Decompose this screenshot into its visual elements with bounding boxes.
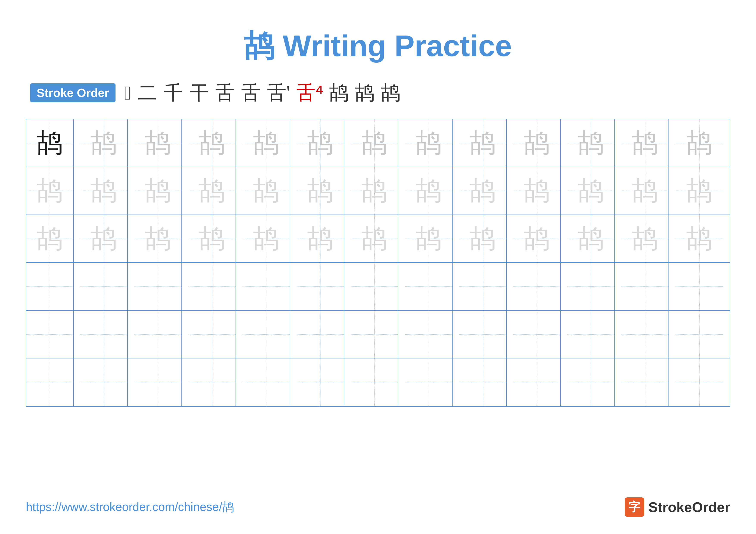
grid-row-6 xyxy=(26,358,730,406)
grid-cell-5-10[interactable] xyxy=(513,311,561,358)
grid-cell-5-1[interactable] xyxy=(26,311,74,358)
char-display: 鸪 xyxy=(362,173,387,209)
grid-cell-6-6[interactable] xyxy=(297,358,344,406)
grid-cell-5-4[interactable] xyxy=(189,311,236,358)
grid-cell-2-12[interactable]: 鸪 xyxy=(622,167,669,215)
grid-cell-5-6[interactable] xyxy=(297,311,344,358)
grid-cell-1-5[interactable]: 鸪 xyxy=(243,119,290,167)
grid-cell-6-10[interactable] xyxy=(513,358,561,406)
grid-cell-1-6[interactable]: 鸪 xyxy=(297,119,344,167)
grid-cell-1-4[interactable]: 鸪 xyxy=(189,119,236,167)
stroke-8: 舌⁴ xyxy=(296,80,323,106)
grid-cell-4-4[interactable] xyxy=(189,263,236,310)
grid-cell-3-13[interactable]: 鸪 xyxy=(676,215,723,262)
char-display: 鸪 xyxy=(37,221,63,256)
char-display: 鸪 xyxy=(470,221,496,256)
char-display: 鸪 xyxy=(687,126,712,161)
grid-cell-6-9[interactable] xyxy=(459,358,507,406)
grid-cell-4-3[interactable] xyxy=(134,263,182,310)
grid-cell-4-2[interactable] xyxy=(80,263,128,310)
stroke-2: 二 xyxy=(138,80,157,106)
char-display: 鸪 xyxy=(307,221,333,256)
grid-cell-2-6[interactable]: 鸪 xyxy=(297,167,344,215)
grid-cell-2-5[interactable]: 鸪 xyxy=(243,167,290,215)
grid-cell-5-2[interactable] xyxy=(80,311,128,358)
grid-cell-4-9[interactable] xyxy=(459,263,507,310)
grid-cell-3-3[interactable]: 鸪 xyxy=(134,215,182,262)
grid-cell-3-10[interactable]: 鸪 xyxy=(513,215,561,262)
grid-cell-6-11[interactable] xyxy=(567,358,615,406)
char-display: 鸪 xyxy=(253,221,279,256)
char-display: 鸪 xyxy=(632,126,658,161)
grid-cell-3-8[interactable]: 鸪 xyxy=(405,215,452,262)
grid-cell-4-7[interactable] xyxy=(351,263,398,310)
grid-cell-1-11[interactable]: 鸪 xyxy=(567,119,615,167)
grid-cell-1-10[interactable]: 鸪 xyxy=(513,119,561,167)
grid-cell-1-9[interactable]: 鸪 xyxy=(459,119,507,167)
grid-cell-3-7[interactable]: 鸪 xyxy=(351,215,398,262)
grid-cell-1-1[interactable]: 鸪 xyxy=(26,119,74,167)
grid-cell-2-2[interactable]: 鸪 xyxy=(80,167,128,215)
char-display: 鸪 xyxy=(253,126,279,161)
grid-cell-3-4[interactable]: 鸪 xyxy=(189,215,236,262)
grid-cell-3-12[interactable]: 鸪 xyxy=(622,215,669,262)
grid-cell-6-12[interactable] xyxy=(622,358,669,406)
grid-cell-4-13[interactable] xyxy=(676,263,723,310)
grid-cell-4-11[interactable] xyxy=(567,263,615,310)
grid-cell-3-5[interactable]: 鸪 xyxy=(243,215,290,262)
footer-url[interactable]: https://www.strokeorder.com/chinese/鸪 xyxy=(26,499,234,515)
grid-cell-6-2[interactable] xyxy=(80,358,128,406)
grid-cell-2-9[interactable]: 鸪 xyxy=(459,167,507,215)
grid-cell-3-1[interactable]: 鸪 xyxy=(26,215,74,262)
grid-cell-6-8[interactable] xyxy=(405,358,452,406)
grid-cell-5-13[interactable] xyxy=(676,311,723,358)
grid-cell-2-8[interactable]: 鸪 xyxy=(405,167,452,215)
grid-cell-6-5[interactable] xyxy=(243,358,290,406)
grid-cell-5-3[interactable] xyxy=(134,311,182,358)
grid-cell-1-8[interactable]: 鸪 xyxy=(405,119,452,167)
char-display: 鸪 xyxy=(145,173,171,209)
char-display: 鸪 xyxy=(362,221,387,256)
char-display: 鸪 xyxy=(416,126,442,161)
grid-cell-6-3[interactable] xyxy=(134,358,182,406)
grid-cell-5-12[interactable] xyxy=(622,311,669,358)
grid-cell-1-2[interactable]: 鸪 xyxy=(80,119,128,167)
grid-cell-6-4[interactable] xyxy=(189,358,236,406)
grid-cell-4-8[interactable] xyxy=(405,263,452,310)
grid-cell-4-10[interactable] xyxy=(513,263,561,310)
grid-row-5 xyxy=(26,311,730,358)
grid-cell-1-12[interactable]: 鸪 xyxy=(622,119,669,167)
grid-cell-2-11[interactable]: 鸪 xyxy=(567,167,615,215)
logo-text: StrokeOrder xyxy=(648,499,730,515)
grid-cell-2-3[interactable]: 鸪 xyxy=(134,167,182,215)
grid-cell-2-7[interactable]: 鸪 xyxy=(351,167,398,215)
grid-cell-4-1[interactable] xyxy=(26,263,74,310)
char-display: 鸪 xyxy=(470,173,496,209)
grid-cell-6-1[interactable] xyxy=(26,358,74,406)
char-display: 鸪 xyxy=(524,221,550,256)
grid-cell-1-7[interactable]: 鸪 xyxy=(351,119,398,167)
stroke-5: 舌 xyxy=(215,80,235,106)
grid-cell-6-13[interactable] xyxy=(676,358,723,406)
grid-cell-3-6[interactable]: 鸪 xyxy=(297,215,344,262)
grid-cell-2-1[interactable]: 鸪 xyxy=(26,167,74,215)
logo-icon: 字 xyxy=(625,497,644,517)
grid-cell-5-8[interactable] xyxy=(405,311,452,358)
grid-cell-2-10[interactable]: 鸪 xyxy=(513,167,561,215)
grid-cell-5-9[interactable] xyxy=(459,311,507,358)
grid-cell-3-11[interactable]: 鸪 xyxy=(567,215,615,262)
grid-cell-5-5[interactable] xyxy=(243,311,290,358)
grid-cell-4-12[interactable] xyxy=(622,263,669,310)
grid-cell-5-7[interactable] xyxy=(351,311,398,358)
grid-cell-6-7[interactable] xyxy=(351,358,398,406)
grid-cell-3-9[interactable]: 鸪 xyxy=(459,215,507,262)
grid-cell-5-11[interactable] xyxy=(567,311,615,358)
grid-cell-2-13[interactable]: 鸪 xyxy=(676,167,723,215)
grid-cell-3-2[interactable]: 鸪 xyxy=(80,215,128,262)
char-display: 鸪 xyxy=(307,126,333,161)
grid-cell-1-13[interactable]: 鸪 xyxy=(676,119,723,167)
grid-cell-4-5[interactable] xyxy=(243,263,290,310)
grid-cell-2-4[interactable]: 鸪 xyxy=(189,167,236,215)
grid-cell-4-6[interactable] xyxy=(297,263,344,310)
grid-cell-1-3[interactable]: 鸪 xyxy=(134,119,182,167)
